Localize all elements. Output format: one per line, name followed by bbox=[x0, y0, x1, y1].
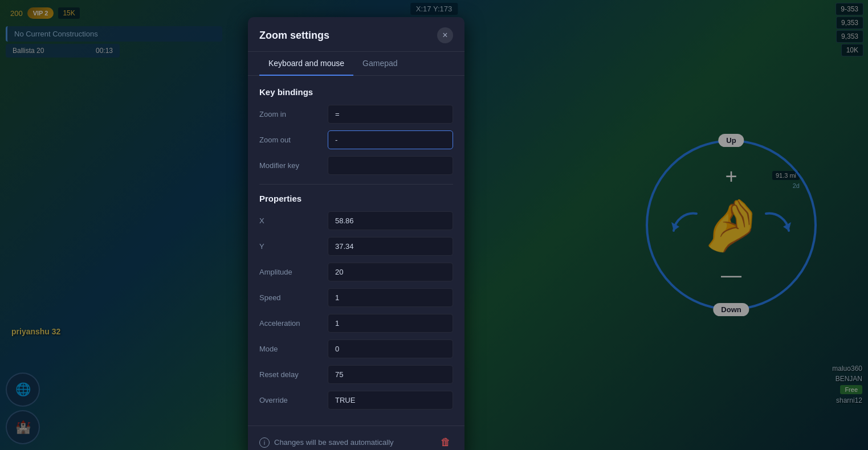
property-y-row: Y bbox=[259, 237, 453, 256]
properties-title: Properties bbox=[259, 194, 453, 203]
dialog-header: Zoom settings × bbox=[248, 17, 464, 52]
footer-info: i Changes will be saved automatically bbox=[259, 437, 394, 448]
override-label: Override bbox=[259, 396, 328, 404]
override-input[interactable] bbox=[328, 391, 453, 410]
dialog-body: Key bindings Zoom in Zoom out Modifier k… bbox=[248, 78, 464, 426]
zoom-out-input[interactable] bbox=[328, 130, 453, 149]
mode-input[interactable] bbox=[328, 339, 453, 358]
override-row: Override bbox=[259, 391, 453, 410]
zoom-in-label: Zoom in bbox=[259, 110, 328, 118]
reset-delay-row: Reset delay bbox=[259, 365, 453, 384]
reset-delay-label: Reset delay bbox=[259, 370, 328, 379]
mode-label: Mode bbox=[259, 345, 328, 353]
dialog-footer: i Changes will be saved automatically 🗑 bbox=[248, 426, 464, 450]
acceleration-label: Acceleration bbox=[259, 319, 328, 328]
modifier-key-input[interactable] bbox=[328, 156, 453, 175]
amplitude-label: Amplitude bbox=[259, 268, 328, 276]
acceleration-row: Acceleration bbox=[259, 314, 453, 333]
key-bindings-title: Key bindings bbox=[259, 87, 453, 97]
modifier-key-label: Modifier key bbox=[259, 161, 328, 170]
speed-label: Speed bbox=[259, 293, 328, 302]
delete-button[interactable]: 🗑 bbox=[438, 434, 453, 450]
acceleration-input[interactable] bbox=[328, 314, 453, 333]
info-icon: i bbox=[259, 437, 270, 448]
modal-overlay: Zoom settings × Keyboard and mouse Gamep… bbox=[0, 0, 868, 450]
property-x-row: X bbox=[259, 211, 453, 230]
reset-delay-input[interactable] bbox=[328, 365, 453, 384]
modifier-key-row: Modifier key bbox=[259, 156, 453, 175]
auto-save-text: Changes will be saved automatically bbox=[274, 438, 394, 447]
dialog-title: Zoom settings bbox=[259, 30, 329, 42]
mode-row: Mode bbox=[259, 339, 453, 358]
property-x-input[interactable] bbox=[328, 211, 453, 230]
amplitude-input[interactable] bbox=[328, 263, 453, 281]
amplitude-row: Amplitude bbox=[259, 263, 453, 281]
tab-keyboard-mouse[interactable]: Keyboard and mouse bbox=[259, 52, 353, 76]
speed-row: Speed bbox=[259, 288, 453, 307]
property-x-label: X bbox=[259, 216, 328, 225]
property-y-label: Y bbox=[259, 242, 328, 251]
section-divider bbox=[259, 184, 453, 185]
property-y-input[interactable] bbox=[328, 237, 453, 256]
zoom-out-row: Zoom out bbox=[259, 130, 453, 149]
speed-input[interactable] bbox=[328, 288, 453, 307]
close-button[interactable]: × bbox=[437, 27, 453, 43]
zoom-in-input[interactable] bbox=[328, 105, 453, 124]
tab-gamepad[interactable]: Gamepad bbox=[353, 52, 406, 76]
zoom-in-row: Zoom in bbox=[259, 105, 453, 124]
zoom-settings-dialog: Zoom settings × Keyboard and mouse Gamep… bbox=[248, 17, 464, 450]
dialog-tabs: Keyboard and mouse Gamepad bbox=[248, 52, 464, 76]
zoom-out-label: Zoom out bbox=[259, 136, 328, 144]
